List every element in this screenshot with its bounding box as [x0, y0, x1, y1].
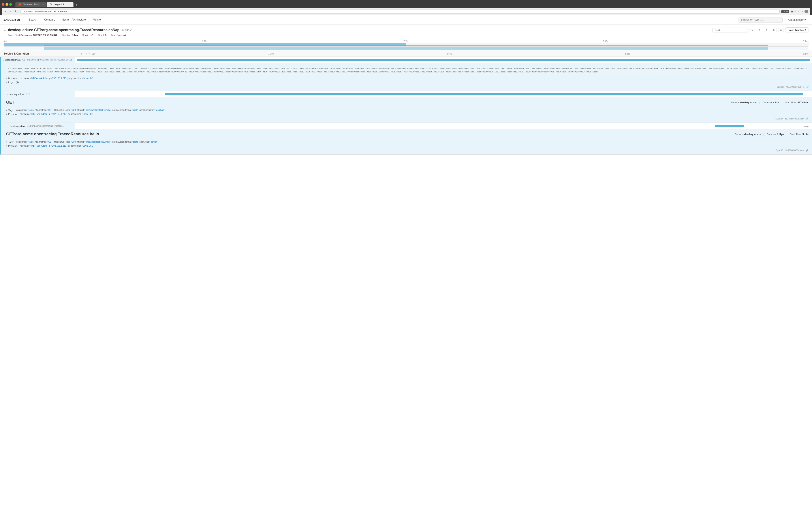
span-label-3[interactable]: desdequarkus GET:org.acme.opentracing.Tr… — [0, 123, 75, 129]
nav-compare[interactable]: Compare — [41, 15, 59, 25]
detail-panel-2: GET Service: desdequarkus | Duration: 4.… — [0, 97, 812, 123]
span1-op: GET:org.acme.opentracing.TracedResource.… — [22, 58, 73, 61]
span3-detail-title: GET:org.acme.opentracing.TracedResource.… — [6, 132, 99, 137]
skip-button[interactable]: ⊻ — [771, 28, 777, 32]
bookmark-icon: ☆ — [794, 10, 797, 13]
span3-duration: 217μs — [804, 125, 809, 127]
find-input[interactable] — [712, 28, 748, 32]
span2-ip-tag: ip=192.168.1.213 — [49, 113, 67, 115]
trace-duration: Duration 5.14s — [62, 34, 78, 37]
so-collapse-all[interactable]: ∨ — [80, 52, 82, 55]
span3-process-arrow[interactable]: › — [6, 145, 7, 147]
span1-collapse[interactable]: ⌄ — [3, 58, 4, 61]
span1-bar — [77, 59, 810, 61]
nav-items: Search Compare System Architecture Monit… — [25, 15, 105, 25]
collapse-button[interactable]: ⌄ — [3, 28, 6, 32]
trace-depth: Depth 3 — [98, 34, 106, 37]
span3-process-tags: hostname=MBP-van-Adolfo ip=192.168.1.213… — [20, 145, 93, 147]
so-controls: ∨ › » « — [80, 52, 90, 55]
chevron-down-icon: ▾ — [805, 28, 806, 31]
span3-tags-row: › Tags: component=jaxrs http.method=GET … — [6, 140, 809, 144]
browser-chrome: 🦊 Discover - Elastic × ⬡ Jaeger UI × + ‹… — [0, 0, 812, 15]
nav-search[interactable]: Search — [25, 15, 41, 25]
page-title: desdequarkus: GET:org.acme.opentracing.T… — [8, 28, 132, 32]
tab-jaeger-label: Jaeger UI — [53, 3, 64, 6]
span-row-3: desdequarkus GET:org.acme.opentracing.Tr… — [0, 123, 812, 129]
span2-duration-meta: Duration: 4.51s — [763, 101, 779, 104]
settings-button[interactable]: ⚙ — [750, 28, 755, 32]
span3-op: GET:org.acme.opentracing.TracedR... — [27, 125, 64, 127]
trace-title-row: ⌄ desdequarkus: GET:org.acme.opentracing… — [3, 27, 809, 32]
app-nav: JAEGER UI Search Compare System Architec… — [0, 15, 812, 25]
span1-process-arrow[interactable]: › — [6, 77, 7, 80]
trace-header: ⌄ desdequarkus: GET:org.acme.opentracing… — [0, 25, 812, 39]
app-logo: JAEGER UI — [3, 18, 20, 22]
span1-bar-container — [77, 58, 810, 62]
span3-service: desdequarkus — [10, 125, 25, 127]
download-icon: ↓ — [798, 10, 799, 13]
span2-tags-arrow[interactable]: › — [6, 109, 7, 111]
down-button[interactable]: ∨ — [764, 28, 769, 32]
span-label-2[interactable]: ⌄ desdequarkus GET — [0, 91, 75, 97]
nav-monitor[interactable]: Monitor — [89, 15, 105, 25]
trace-timeline-button[interactable]: Trace Timeline ▾ — [785, 27, 809, 32]
span1-hostname-tag: hostname=MBP-van-Adolfo — [20, 77, 47, 80]
tab-discover[interactable]: 🦊 Discover - Elastic × — [15, 2, 46, 7]
tab-discover-icon: 🦊 — [18, 3, 21, 6]
so-expand-all[interactable]: › — [84, 52, 85, 55]
minimize-traffic-light[interactable] — [5, 3, 8, 6]
back-button[interactable]: ‹ — [4, 9, 7, 14]
span3-version-tag: jaeger.version=Java-1.8.1 — [68, 145, 93, 147]
span2-hostname-tag: hostname=MBP-van-Adolfo — [20, 113, 47, 115]
refresh-button[interactable]: ↻ — [14, 9, 19, 14]
span1-version-tag: jaeger.version=Java-1.8.1 — [68, 77, 93, 80]
span2-process-arrow[interactable]: › — [6, 113, 7, 115]
span1-service: desdequarkus — [5, 58, 20, 61]
nav-system-architecture[interactable]: System Architecture — [59, 15, 89, 25]
span2-tag-4: internal.span.format=proto — [112, 109, 138, 111]
about-jaeger-button[interactable]: About Jaeger ▾ — [785, 18, 809, 22]
grid-view-button[interactable]: ⊞ — [778, 28, 784, 32]
span2-tags: component=jaxrs http.method=GET http.sta… — [16, 109, 166, 111]
lookup-input[interactable] — [739, 17, 783, 23]
span3-hostname-tag: hostname=MBP-van-Adolfo — [20, 145, 47, 147]
span-row-2: ⌄ desdequarkus GET 4.51s — [0, 91, 812, 97]
span2-service-meta: Service: desdequarkus — [731, 101, 757, 104]
span-label-1[interactable]: ⌄ desdequarkus GET:org.acme.opentracing.… — [0, 57, 75, 63]
span1-hash: 1157269495181795897546939926421979155233… — [6, 66, 809, 75]
chevron-down-icon: ▾ — [804, 18, 806, 22]
span2-bar-container: 4.51s — [77, 92, 810, 96]
so-skip-all[interactable]: » — [86, 52, 87, 55]
span2-collapse[interactable]: ⌄ — [6, 93, 8, 95]
span1-logs-arrow[interactable]: › — [6, 81, 7, 84]
span2-tag-2: http.status_code=200 — [54, 109, 76, 111]
span2-id-row: SpanID: 862ed88c9d002d54 🔗 — [6, 117, 809, 120]
up-button[interactable]: ∧ — [757, 28, 762, 32]
tab-jaeger-icon: ⬡ — [50, 3, 52, 6]
span3-tags-arrow[interactable]: › — [6, 141, 7, 143]
tab-jaeger-close[interactable]: × — [70, 3, 71, 6]
span2-id-link[interactable]: 🔗 — [806, 117, 809, 120]
span2-tags-row: › Tags: component=jaxrs http.method=GET … — [6, 108, 809, 112]
span1-timeline — [75, 57, 812, 63]
new-tab-button[interactable]: + — [74, 3, 78, 7]
address-bar[interactable] — [20, 9, 780, 14]
span2-id-value: 862ed88c9d002d54 — [785, 117, 804, 120]
browser-tabs: 🦊 Discover - Elastic × ⬡ Jaeger UI × + — [15, 2, 79, 7]
trace-total-spans: Total Spans 4 — [111, 34, 126, 37]
forward-button[interactable]: › — [9, 9, 12, 14]
tab-jaeger[interactable]: ⬡ Jaeger UI × — [47, 2, 73, 7]
minimap-track[interactable] — [3, 43, 809, 47]
tab-discover-close[interactable]: × — [43, 3, 44, 6]
span2-tag-0: component=jaxrs — [16, 109, 33, 111]
span3-id-link[interactable]: 🔗 — [806, 149, 809, 152]
toolbar-right: 110% ⊞ ☆ ↓ ⋯ — [781, 10, 808, 13]
span1-process-row: › Process: hostname=MBP-van-Adolfo ip=19… — [6, 76, 809, 80]
trace-id: bd941a3 — [122, 29, 132, 32]
maximize-traffic-light[interactable] — [9, 3, 12, 6]
close-traffic-light[interactable] — [2, 3, 4, 6]
span1-id-link[interactable]: 🔗 — [806, 86, 809, 88]
span3-tag-3: http.url=http://localhost:8080/hello — [77, 141, 111, 143]
detail-panel-3: GET:org.acme.opentracing.TracedResource.… — [0, 129, 812, 155]
so-collapse-top[interactable]: « — [89, 52, 90, 55]
